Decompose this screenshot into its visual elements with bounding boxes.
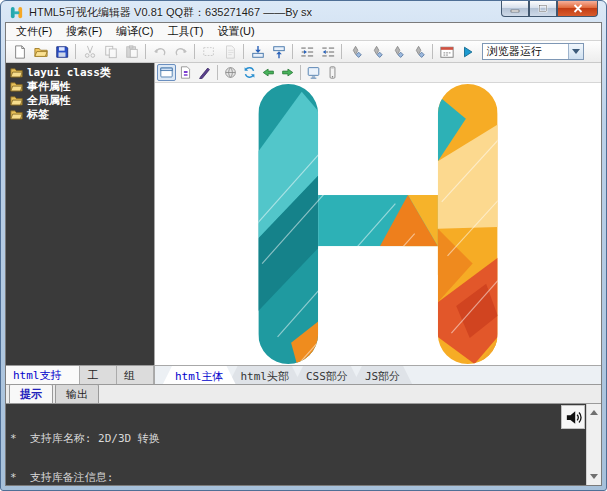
maximize-icon (538, 4, 548, 13)
code-page-icon (179, 66, 192, 79)
indent-button[interactable] (296, 42, 317, 61)
save-button[interactable] (51, 42, 72, 61)
select-all-button[interactable] (198, 42, 219, 61)
scroll-down-icon[interactable] (590, 474, 598, 483)
minimize-button[interactable] (501, 1, 529, 17)
cut-button[interactable] (79, 42, 100, 61)
toolbar-separator (243, 44, 244, 59)
output-console: * 支持库名称: 2D/3D 转换 * 支持库备注信息: 官方支持库 (6, 404, 586, 485)
tab-html-body[interactable]: html主体 (163, 366, 236, 384)
console-line: * 支持库备注信息: (10, 471, 582, 484)
run-target-select[interactable]: 浏览器运行 (482, 43, 584, 60)
format-sparkle-icon (391, 45, 405, 59)
run-play-icon (461, 45, 475, 59)
h-logo-image (258, 84, 498, 364)
main-toolbar: 浏览器运行 (6, 41, 601, 63)
toolbar-separator (300, 65, 301, 80)
copy-button[interactable] (100, 42, 121, 61)
caption-buttons (501, 1, 598, 17)
format-2-button[interactable] (366, 42, 387, 61)
menu-search[interactable]: 搜索(F) (59, 22, 109, 41)
tab-hints[interactable]: 提示 (9, 384, 53, 403)
browser-preview-button[interactable] (157, 64, 176, 81)
paste-icon (125, 45, 139, 59)
folder-icon (10, 80, 23, 93)
format-sparkle-icon (412, 45, 426, 59)
open-button[interactable] (30, 42, 51, 61)
content-area: layui class类 事件属性 全局属性 标签 (6, 63, 601, 384)
output-tab-bar: 提示 输出 (6, 385, 601, 403)
redo-icon (174, 45, 188, 59)
folder-icon (10, 108, 23, 121)
app-frame: 文件(F) 搜索(F) 编译(C) 工具(T) 设置(U) (5, 22, 602, 486)
outdent-icon (321, 45, 335, 59)
output-panel: 提示 输出 * 支持库名称: 2D/3D 转换 * 支持库备注信息: 官方支持库 (6, 384, 601, 485)
format-3-button[interactable] (387, 42, 408, 61)
import-icon (251, 45, 265, 59)
tree-item-event-attrs[interactable]: 事件属性 (6, 79, 154, 93)
output-scrollbar[interactable] (586, 404, 601, 485)
import-button[interactable] (247, 42, 268, 61)
editor-toolbar (155, 63, 601, 83)
format-1-button[interactable] (345, 42, 366, 61)
folder-icon (10, 94, 23, 107)
open-folder-icon (34, 45, 48, 59)
close-button[interactable] (557, 1, 598, 17)
toolbar-separator (75, 44, 76, 59)
tab-project[interactable]: 工程 (80, 366, 117, 384)
tab-output[interactable]: 输出 (55, 384, 99, 403)
tree-item-global-attrs[interactable]: 全局属性 (6, 93, 154, 107)
scroll-up-icon[interactable] (590, 406, 598, 415)
back-button[interactable] (259, 64, 278, 81)
undo-button[interactable] (149, 42, 170, 61)
refresh-button[interactable] (240, 64, 259, 81)
page-code-button[interactable] (176, 64, 195, 81)
tab-components[interactable]: 组件 (117, 366, 154, 384)
speaker-button[interactable] (561, 405, 585, 429)
run-target-value: 浏览器运行 (483, 44, 542, 59)
paste-button[interactable] (121, 42, 142, 61)
speaker-icon (564, 408, 583, 427)
monitor-icon (307, 66, 320, 79)
tree-item-tags[interactable]: 标签 (6, 107, 154, 121)
page-icon (223, 45, 237, 59)
menu-settings[interactable]: 设置(U) (210, 22, 261, 41)
format-sparkle-icon (349, 45, 363, 59)
draw-pointer-button[interactable] (195, 64, 214, 81)
grid-icon (440, 45, 454, 59)
menu-compile[interactable]: 编译(C) (109, 22, 160, 41)
outdent-button[interactable] (317, 42, 338, 61)
forward-arrow-icon (281, 66, 294, 79)
toolbar-separator (145, 44, 146, 59)
phone-icon (326, 66, 339, 79)
toolbar-separator (292, 44, 293, 59)
run-button[interactable] (457, 42, 478, 61)
tree-item-layui-class[interactable]: layui class类 (6, 65, 154, 79)
sidebar-tab-bar: html支持库 工程 组件 (6, 365, 154, 384)
tab-js-section[interactable]: JS部分 (353, 366, 412, 384)
tab-html-support-lib[interactable]: html支持库 (6, 366, 80, 384)
left-sidebar: layui class类 事件属性 全局属性 标签 (6, 63, 155, 384)
format-4-button[interactable] (408, 42, 429, 61)
maximize-button[interactable] (529, 1, 557, 17)
new-button[interactable] (9, 42, 30, 61)
menu-file[interactable]: 文件(F) (9, 22, 59, 41)
dropdown-arrow-icon (568, 44, 583, 59)
redo-button[interactable] (170, 42, 191, 61)
snippet-button[interactable] (219, 42, 240, 61)
toolbar-separator (217, 65, 218, 80)
desktop-view-button[interactable] (304, 64, 323, 81)
home-button[interactable] (221, 64, 240, 81)
component-grid-button[interactable] (436, 42, 457, 61)
export-button[interactable] (268, 42, 289, 61)
tab-html-head[interactable]: html头部 (229, 366, 302, 384)
tab-css-section[interactable]: CSS部分 (294, 366, 360, 384)
tree-item-label: 事件属性 (27, 79, 71, 94)
browser-window-icon (160, 66, 173, 79)
menu-tools[interactable]: 工具(T) (160, 22, 210, 41)
mobile-view-button[interactable] (323, 64, 342, 81)
toolbar-separator (194, 44, 195, 59)
forward-button[interactable] (278, 64, 297, 81)
back-arrow-icon (262, 66, 275, 79)
preview-canvas (155, 83, 601, 365)
